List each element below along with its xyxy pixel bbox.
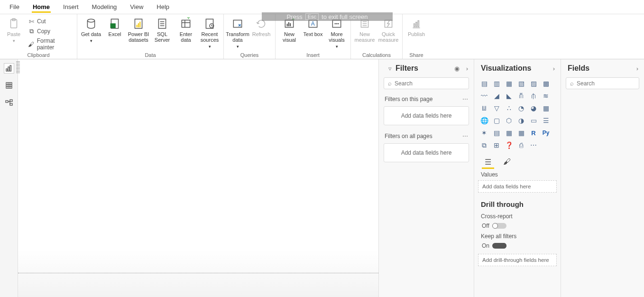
svg-rect-6 (137, 25, 138, 27)
viz-donut-icon[interactable]: ◕ (528, 103, 539, 113)
enter-data-button[interactable]: + Enter data (175, 15, 197, 43)
model-view-button[interactable] (4, 97, 14, 108)
viz-area-icon[interactable]: ◢ (491, 91, 502, 101)
excel-button[interactable]: Excel (104, 15, 126, 37)
get-data-button[interactable]: Get data▾ (80, 15, 102, 44)
filters-on-page-dropzone[interactable]: Add data fields here (384, 106, 469, 125)
viz-clustered-column-icon[interactable]: ▧ (516, 78, 526, 89)
filters-panel: ▿ Filters ◉ › ⌕ Filters on this page ⋯ A… (379, 59, 474, 297)
canvas-grip-icon[interactable] (16, 61, 20, 74)
filters-search-input[interactable] (395, 80, 466, 87)
viz-100-column-icon[interactable]: ▩ (541, 78, 551, 89)
chevron-down-icon: ▾ (90, 38, 92, 44)
viz-r-icon[interactable]: R (528, 128, 539, 138)
drill-through-title: Drill through (474, 195, 561, 210)
excel-icon (108, 17, 121, 30)
drill-through-dropzone[interactable]: Add drill-through fields here (478, 254, 557, 266)
viz-python-icon[interactable]: Py (541, 128, 551, 138)
viz-table-icon[interactable]: ▦ (504, 128, 514, 138)
copy-button[interactable]: ⧉ Copy (27, 27, 74, 36)
viz-matrix-icon[interactable]: ▦ (516, 128, 526, 138)
viz-treemap-icon[interactable]: ▦ (541, 103, 551, 113)
viz-stacked-bar-icon[interactable]: ▤ (479, 78, 489, 89)
tab-home[interactable]: Home (26, 1, 56, 12)
svg-rect-30 (418, 21, 419, 27)
pbi-datasets-button[interactable]: Power BI datasets (128, 15, 149, 43)
viz-multi-row-card-icon[interactable]: ☰ (541, 115, 551, 126)
viz-qna-icon[interactable]: ❓ (504, 140, 514, 150)
viz-line-icon[interactable]: 〰 (479, 91, 489, 101)
publish-button[interactable]: Publish (405, 15, 427, 37)
collapse-viz-button[interactable]: › (553, 65, 555, 72)
more-icon[interactable]: ⋯ (462, 96, 468, 102)
viz-map-icon[interactable]: 🌐 (479, 115, 489, 126)
pbi-datasets-label: Power BI datasets (128, 31, 149, 43)
transform-label: Transform data (226, 31, 249, 43)
more-icon[interactable]: ⋯ (462, 133, 468, 139)
format-tab[interactable]: 🖌 (501, 156, 513, 167)
tab-view[interactable]: View (123, 1, 150, 12)
viz-ribbon-icon[interactable]: ≋ (541, 91, 551, 101)
viz-scatter-icon[interactable]: ∴ (504, 103, 514, 113)
viz-line-stacked-column-icon[interactable]: ⫚ (516, 91, 526, 101)
viz-stacked-column-icon[interactable]: ▥ (491, 78, 502, 89)
report-canvas[interactable] (18, 59, 379, 297)
viz-filled-map-icon[interactable]: ▢ (491, 115, 502, 126)
collapse-filters-button[interactable]: › (466, 65, 468, 72)
viz-line-clustered-column-icon[interactable]: ⫛ (528, 91, 539, 101)
viz-funnel-icon[interactable]: ▽ (491, 103, 502, 113)
cross-report-toggle[interactable] (492, 223, 506, 229)
recent-sources-button[interactable]: Recent sources▾ (199, 15, 221, 49)
brush-icon: 🖌 (28, 40, 35, 48)
viz-stacked-area-icon[interactable]: ◣ (504, 91, 514, 101)
fs-hint-post: to exit full screen (322, 13, 368, 20)
transform-data-button[interactable]: Transform data▾ (227, 15, 248, 49)
refresh-label: Refresh (252, 31, 271, 37)
fields-title: Fields (568, 64, 630, 73)
pbi-icon (132, 17, 145, 30)
data-view-button[interactable] (4, 80, 14, 91)
cut-button[interactable]: ✄ Cut (27, 17, 74, 26)
eye-icon[interactable]: ◉ (454, 65, 460, 72)
viz-clustered-bar-icon[interactable]: ▦ (504, 78, 514, 89)
fields-tab[interactable]: ☰ (482, 156, 494, 167)
group-insert-title: Insert (278, 52, 348, 59)
viz-kpi-icon[interactable]: ✶ (479, 128, 489, 138)
svg-point-25 (338, 23, 339, 25)
values-dropzone[interactable]: Add data fields here (478, 180, 557, 193)
tab-modeling[interactable]: Modeling (85, 1, 124, 12)
viz-more-icon[interactable]: ⋯ (528, 140, 539, 150)
viz-key-influencers-icon[interactable]: ⧉ (479, 140, 489, 150)
viz-paginated-icon[interactable]: ⎙ (516, 140, 526, 150)
viz-pie-icon[interactable]: ◔ (516, 103, 526, 113)
viz-gallery: ▤▥▦▧▨▩〰◢◣⫚⫛≋⩏▽∴◔◕▦🌐▢⬡◑▭☰✶▤▦▦RPy⧉⊞❓⎙⋯ (474, 76, 561, 154)
format-painter-button[interactable]: 🖌 Format painter (27, 37, 74, 51)
svg-rect-33 (10, 65, 11, 71)
group-clipboard-title: Clipboard (3, 52, 74, 59)
viz-shape-map-icon[interactable]: ⬡ (504, 115, 514, 126)
database-icon (84, 17, 98, 30)
filters-on-all-dropzone[interactable]: Add data fields here (384, 143, 469, 162)
fields-search[interactable]: ⌕ (566, 77, 639, 89)
keep-all-toggle[interactable] (492, 243, 506, 249)
filters-search[interactable]: ⌕ (384, 77, 469, 89)
viz-gauge-icon[interactable]: ◑ (516, 115, 526, 126)
svg-rect-4 (110, 24, 115, 28)
collapse-fields-button[interactable]: › (636, 65, 638, 72)
fields-search-input[interactable] (577, 80, 644, 87)
report-view-button[interactable] (4, 63, 14, 74)
paste-button[interactable]: Paste ▾ (3, 15, 25, 44)
sql-server-button[interactable]: SQL Server (151, 15, 173, 43)
viz-decomp-tree-icon[interactable]: ⊞ (491, 140, 502, 150)
publish-icon (410, 17, 423, 30)
cross-report-state: Off (482, 223, 489, 229)
tab-insert[interactable]: Insert (56, 1, 85, 12)
viz-100-bar-icon[interactable]: ▨ (528, 78, 539, 89)
viz-slicer-icon[interactable]: ▤ (491, 128, 502, 138)
group-data-title: Data (80, 52, 221, 59)
tab-help[interactable]: Help (150, 1, 176, 12)
cut-label: Cut (37, 18, 46, 25)
viz-waterfall-icon[interactable]: ⩏ (479, 103, 489, 113)
tab-file[interactable]: File (3, 1, 26, 12)
viz-card-icon[interactable]: ▭ (528, 115, 539, 126)
